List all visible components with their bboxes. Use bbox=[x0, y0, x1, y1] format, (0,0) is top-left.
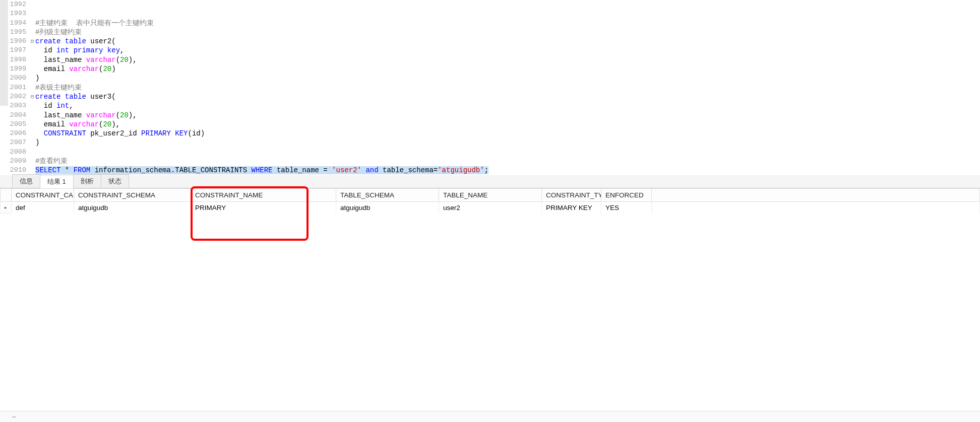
fold-marker bbox=[29, 111, 35, 120]
cell[interactable]: PRIMARY bbox=[191, 201, 336, 214]
results-table[interactable]: CONSTRAINT_CACONSTRAINT_SCHEMACONSTRAINT… bbox=[0, 188, 980, 214]
fold-marker bbox=[29, 120, 35, 129]
column-header[interactable]: TABLE_SCHEMA bbox=[336, 188, 439, 201]
code-line[interactable]: email varchar(20) bbox=[35, 64, 980, 74]
code-line[interactable]: ) bbox=[35, 74, 980, 83]
line-number: 2008 bbox=[0, 148, 26, 157]
code-line[interactable] bbox=[35, 9, 980, 18]
fold-marker bbox=[29, 83, 35, 92]
fold-gutter[interactable]: ⊟⊟ bbox=[29, 0, 35, 175]
code-line[interactable]: #列级主键约束 bbox=[35, 28, 980, 37]
fold-marker bbox=[29, 9, 35, 18]
tab-状态[interactable]: 状态 bbox=[101, 174, 129, 188]
column-header[interactable]: CONSTRAINT_CA bbox=[12, 188, 74, 201]
code-line[interactable]: CONSTRAINT pk_user2_id PRIMARY KEY(id) bbox=[35, 129, 980, 138]
code-line[interactable] bbox=[35, 148, 980, 157]
code-line[interactable]: SELECT * FROM information_schema.TABLE_C… bbox=[35, 166, 980, 175]
code-line[interactable]: #表级主键约束 bbox=[35, 83, 980, 92]
cell[interactable]: def bbox=[12, 201, 74, 214]
editor-margin-strip bbox=[0, 0, 8, 106]
line-number: 2004 bbox=[0, 111, 26, 120]
code-line[interactable]: ) bbox=[35, 138, 980, 147]
fold-marker bbox=[29, 148, 35, 157]
code-line[interactable]: last_name varchar(20), bbox=[35, 111, 980, 120]
tab-剖析[interactable]: 剖析 bbox=[73, 174, 101, 188]
cell[interactable]: PRIMARY KEY bbox=[542, 201, 601, 214]
code-line[interactable]: #查看约束 bbox=[35, 157, 980, 166]
status-icon: ⋯ bbox=[12, 413, 19, 420]
line-number: 2005 bbox=[0, 120, 26, 129]
results-tabs: 信息结果 1剖析状态 bbox=[0, 175, 980, 188]
code-line[interactable]: create table user2( bbox=[35, 37, 980, 46]
fold-marker bbox=[29, 101, 35, 110]
code-line[interactable]: create table user3( bbox=[35, 92, 980, 101]
cell[interactable]: user2 bbox=[439, 201, 542, 214]
code-line[interactable]: id int primary key, bbox=[35, 46, 980, 55]
fold-marker bbox=[29, 64, 35, 74]
code-line[interactable]: #主键约束 表中只能有一个主键约束 bbox=[35, 19, 980, 28]
results-panel: CONSTRAINT_CACONSTRAINT_SCHEMACONSTRAINT… bbox=[0, 188, 980, 214]
column-header[interactable]: TABLE_NAME bbox=[439, 188, 542, 201]
column-header[interactable]: CONSTRAINT_SCHEMA bbox=[74, 188, 191, 201]
tab-信息[interactable]: 信息 bbox=[12, 174, 40, 188]
code-line[interactable]: id int, bbox=[35, 101, 980, 110]
fold-marker[interactable]: ⊟ bbox=[29, 92, 35, 101]
cell[interactable]: YES bbox=[601, 201, 652, 214]
line-number: 2007 bbox=[0, 138, 26, 147]
row-marker: ▸ bbox=[1, 201, 12, 214]
code-line[interactable]: email varchar(20), bbox=[35, 120, 980, 129]
code-line[interactable] bbox=[35, 0, 980, 9]
line-number: 2006 bbox=[0, 129, 26, 138]
cell[interactable]: atguigudb bbox=[74, 201, 191, 214]
fold-marker[interactable]: ⊟ bbox=[29, 37, 35, 46]
column-header[interactable]: CONSTRAINT_NAME bbox=[191, 188, 336, 201]
fold-marker bbox=[29, 157, 35, 166]
fold-marker bbox=[29, 28, 35, 37]
code-editor[interactable]: 1992199319941995199619971998199920002001… bbox=[0, 0, 980, 175]
column-header[interactable]: ENFORCED bbox=[601, 188, 652, 201]
column-header[interactable]: CONSTRAINT_TY bbox=[542, 188, 601, 201]
code-line[interactable]: last_name varchar(20), bbox=[35, 55, 980, 64]
status-bar: ⋯ bbox=[0, 411, 980, 422]
cell[interactable]: atguigudb bbox=[336, 201, 439, 214]
fold-marker bbox=[29, 74, 35, 83]
fold-marker bbox=[29, 0, 35, 9]
fold-marker bbox=[29, 19, 35, 28]
fold-marker bbox=[29, 138, 35, 147]
tab-结果 1[interactable]: 结果 1 bbox=[40, 175, 74, 188]
fold-marker bbox=[29, 129, 35, 138]
table-row[interactable]: ▸defatguigudbPRIMARYatguigudbuser2PRIMAR… bbox=[1, 201, 980, 214]
fold-marker bbox=[29, 55, 35, 64]
code-content[interactable]: #主键约束 表中只能有一个主键约束#列级主键约束create table use… bbox=[35, 0, 980, 175]
line-number: 2009 bbox=[0, 157, 26, 166]
fold-marker bbox=[29, 46, 35, 55]
